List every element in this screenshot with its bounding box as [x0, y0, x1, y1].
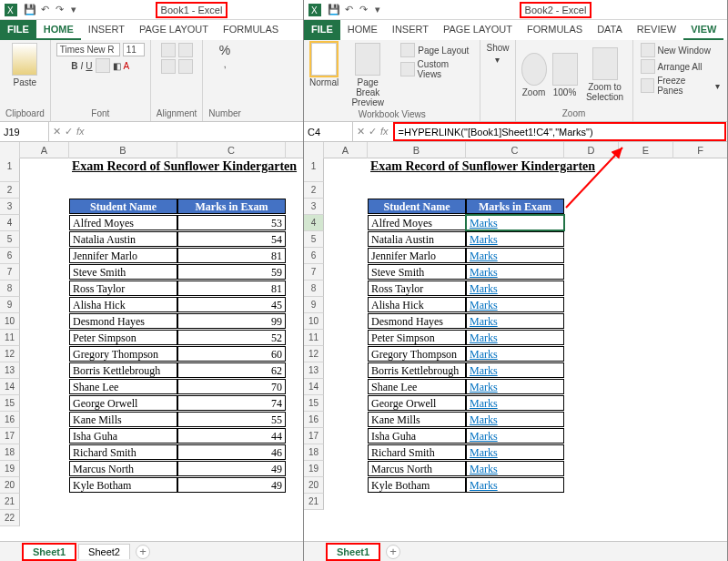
- rowhead[interactable]: 22: [0, 510, 20, 526]
- rowhead[interactable]: 5: [0, 231, 20, 248]
- arrange-label[interactable]: Arrange All: [658, 62, 703, 72]
- table-cell-name[interactable]: Kyle Botham: [368, 477, 466, 493]
- rowhead[interactable]: 8: [304, 280, 324, 297]
- table-cell-mark[interactable]: 53: [177, 215, 286, 230]
- hyperlink-marks[interactable]: Marks: [470, 266, 498, 279]
- colhead-b[interactable]: B: [368, 142, 466, 158]
- table-cell-name[interactable]: Richard Smith: [69, 444, 177, 460]
- colhead-c[interactable]: C: [177, 142, 286, 158]
- cancel-formula-icon[interactable]: ✕: [357, 126, 365, 138]
- table-cell-name[interactable]: Alfred Moyes: [368, 215, 466, 230]
- rowhead[interactable]: 11: [304, 330, 324, 346]
- pagelayout-label[interactable]: Page Layout: [418, 46, 469, 56]
- arrange-all-icon[interactable]: [641, 59, 655, 74]
- colhead-d[interactable]: [286, 142, 303, 158]
- table-cell-name[interactable]: Ross Taylor: [69, 280, 177, 296]
- table-cell-mark[interactable]: 74: [177, 395, 286, 411]
- border-icon[interactable]: [96, 58, 110, 73]
- normal-view-icon[interactable]: [311, 43, 337, 76]
- hyperlink-marks[interactable]: Marks: [470, 217, 498, 230]
- show-label[interactable]: Show: [486, 43, 509, 53]
- table-cell-link[interactable]: Marks: [466, 313, 564, 329]
- table-cell-name[interactable]: Desmond Hayes: [69, 313, 177, 329]
- rowhead[interactable]: 2: [304, 182, 324, 199]
- colhead-a[interactable]: A: [20, 142, 69, 158]
- table-cell-name[interactable]: Peter Simpson: [368, 330, 466, 345]
- table-cell-mark[interactable]: 54: [177, 231, 286, 247]
- font-size-box[interactable]: 11: [123, 43, 145, 56]
- colhead-c[interactable]: C: [466, 142, 564, 158]
- colhead-a[interactable]: A: [324, 142, 368, 158]
- tab-review[interactable]: REVIEW: [630, 20, 683, 40]
- table-cell-link[interactable]: Marks: [466, 379, 564, 394]
- table-cell-name[interactable]: Ross Taylor: [368, 280, 466, 296]
- tab-file[interactable]: FILE: [304, 20, 340, 40]
- accept-formula-icon[interactable]: ✓: [65, 126, 73, 138]
- table-header-marks[interactable]: Marks in Exam: [466, 199, 564, 214]
- rowhead[interactable]: 1: [0, 158, 20, 182]
- hyperlink-marks[interactable]: Marks: [470, 282, 498, 295]
- grid-left[interactable]: A B C 1Exam Record of Sunflower Kinderga…: [0, 142, 303, 541]
- table-cell-link[interactable]: Marks: [466, 280, 564, 296]
- align-top-icon[interactable]: [161, 43, 176, 57]
- tab-pagelayout[interactable]: PAGE LAYOUT: [132, 20, 216, 40]
- italic-icon[interactable]: I: [81, 61, 84, 71]
- rowhead[interactable]: 15: [0, 395, 20, 412]
- table-cell-name[interactable]: Jennifer Marlo: [69, 248, 177, 263]
- table-cell-mark[interactable]: 60: [177, 346, 286, 362]
- rowhead[interactable]: 14: [304, 379, 324, 395]
- rowhead[interactable]: 18: [0, 444, 20, 461]
- hyperlink-marks[interactable]: Marks: [470, 479, 498, 492]
- table-cell-name[interactable]: Shane Lee: [69, 379, 177, 394]
- table-cell-link[interactable]: Marks: [466, 412, 564, 427]
- hyperlink-marks[interactable]: Marks: [470, 463, 498, 475]
- table-cell-name[interactable]: Alisha Hick: [368, 297, 466, 312]
- customviews-label[interactable]: Custom Views: [418, 59, 473, 79]
- hyperlink-marks[interactable]: Marks: [470, 397, 498, 410]
- rowhead[interactable]: 16: [0, 412, 20, 428]
- table-cell-mark[interactable]: 44: [177, 428, 286, 444]
- qat-dropdown-icon[interactable]: ▾: [67, 4, 80, 16]
- table-cell-name[interactable]: Jennifer Marlo: [368, 248, 466, 263]
- table-cell-link[interactable]: Marks: [466, 248, 564, 263]
- undo-icon[interactable]: ↶: [342, 4, 355, 16]
- table-cell-name[interactable]: Steve Smith: [368, 264, 466, 280]
- rowhead[interactable]: 13: [304, 362, 324, 379]
- table-cell-mark[interactable]: 49: [177, 477, 286, 493]
- table-cell-mark[interactable]: 52: [177, 330, 286, 345]
- hyperlink-marks[interactable]: Marks: [470, 381, 498, 393]
- rowhead[interactable]: 3: [304, 199, 324, 215]
- table-header-name[interactable]: Student Name: [69, 199, 177, 214]
- table-cell-link[interactable]: Marks: [466, 215, 564, 230]
- table-cell-mark[interactable]: 46: [177, 444, 286, 460]
- table-cell-name[interactable]: Borris Kettlebrough: [69, 362, 177, 378]
- zoom-100-icon[interactable]: [552, 53, 578, 86]
- table-cell-name[interactable]: Gregory Thompson: [69, 346, 177, 362]
- zoom-selection-icon[interactable]: [592, 47, 618, 80]
- table-cell-name[interactable]: Isha Guha: [69, 428, 177, 444]
- tab-view[interactable]: VIEW: [683, 20, 723, 40]
- rowhead[interactable]: 8: [0, 280, 20, 297]
- pagelayout-icon[interactable]: [400, 43, 415, 57]
- rowhead[interactable]: 2: [0, 182, 20, 199]
- sheet-tab-sheet1[interactable]: Sheet1: [326, 543, 380, 561]
- table-header-marks[interactable]: Marks in Exam: [177, 199, 286, 214]
- hyperlink-marks[interactable]: Marks: [470, 430, 498, 443]
- tab-insert[interactable]: INSERT: [385, 20, 436, 40]
- align-mid-icon[interactable]: [178, 43, 193, 57]
- rowhead[interactable]: 6: [304, 248, 324, 264]
- table-cell-mark[interactable]: 70: [177, 379, 286, 394]
- tab-data[interactable]: DATA: [590, 20, 630, 40]
- font-name-box[interactable]: Times New R: [56, 43, 120, 56]
- rowhead[interactable]: 9: [0, 297, 20, 313]
- formula-input[interactable]: =HYPERLINK("[Book1]Sheet1!C4","Marks"): [393, 122, 726, 141]
- font-color-icon[interactable]: A: [124, 61, 130, 71]
- table-cell-name[interactable]: Alfred Moyes: [69, 215, 177, 230]
- rowhead[interactable]: 4: [0, 215, 20, 231]
- rowhead[interactable]: 16: [304, 412, 324, 428]
- rowhead[interactable]: 20: [304, 477, 324, 494]
- table-cell-name[interactable]: Kane Mills: [69, 412, 177, 427]
- tab-insert[interactable]: INSERT: [81, 20, 132, 40]
- table-cell-name[interactable]: Natalia Austin: [368, 231, 466, 247]
- table-cell-name[interactable]: Gregory Thompson: [368, 346, 466, 362]
